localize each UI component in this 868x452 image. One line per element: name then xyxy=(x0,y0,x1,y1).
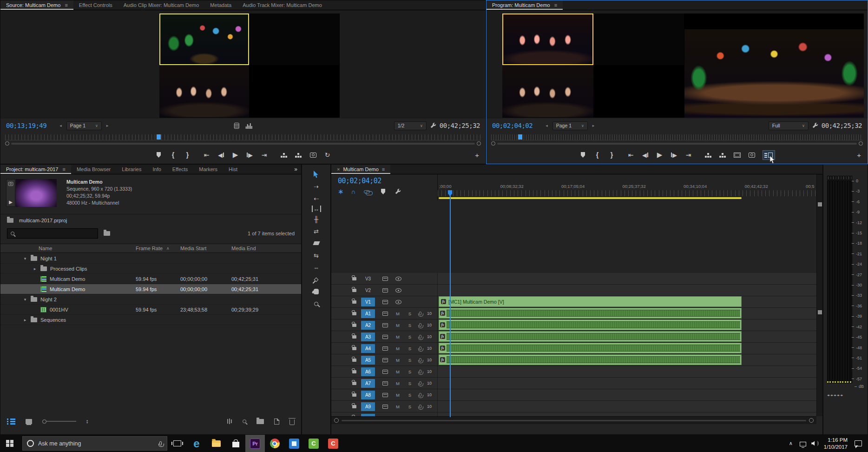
timeline-ruler-ticks[interactable] xyxy=(438,190,816,196)
new-item-button[interactable] xyxy=(274,419,279,425)
table-row[interactable]: Multicam Demo 59.94 fps 00;00;00;00 00;4… xyxy=(0,284,301,294)
task-view-button[interactable] xyxy=(167,435,187,452)
scroll-handle[interactable] xyxy=(818,310,822,314)
sync-lock-icon[interactable] xyxy=(382,393,388,397)
track-visibility-eye-icon[interactable] xyxy=(395,300,401,304)
speaker-icon[interactable] xyxy=(809,435,821,452)
track-target-badge[interactable]: A6 xyxy=(361,367,375,376)
slide-tool[interactable]: ⇔ xyxy=(309,262,323,273)
automate-to-sequence-button[interactable] xyxy=(227,419,232,424)
table-row[interactable]: ▸ Sequences xyxy=(0,315,301,325)
linked-selection-icon[interactable] xyxy=(364,190,370,193)
voiceover-record-icon[interactable] xyxy=(419,312,421,315)
tray-chevron-icon[interactable]: ∧ xyxy=(785,435,797,452)
solo-button[interactable]: S xyxy=(408,323,412,328)
table-row[interactable]: 0001HV 59.94 fps 23;48;53;58 00;29;39;29 xyxy=(0,305,301,315)
chrome-app-button[interactable] xyxy=(265,435,284,452)
track-target-badge[interactable]: A1 xyxy=(361,309,375,318)
column-media-start[interactable]: Media Start xyxy=(180,246,231,251)
audio-track-content[interactable] xyxy=(438,378,816,389)
scroll-zoom-handle-left[interactable] xyxy=(334,418,339,423)
panel-tab[interactable]: Source: Multicam Demo ≡ xyxy=(0,0,73,10)
extract-button[interactable] xyxy=(719,150,727,160)
find-button[interactable] xyxy=(243,419,246,423)
sync-lock-icon[interactable] xyxy=(382,370,388,374)
selection-tool[interactable] xyxy=(309,169,323,179)
audio-track-content[interactable] xyxy=(438,401,816,412)
poster-frame-camera-icon[interactable] xyxy=(8,182,13,186)
solo-button[interactable]: S xyxy=(408,311,412,316)
settings-wrench-icon[interactable] xyxy=(430,122,436,129)
program-cam1-selected[interactable] xyxy=(502,13,593,65)
panel-tab[interactable]: Markers xyxy=(193,165,223,174)
vertical-scrollbar[interactable] xyxy=(816,174,822,416)
track-target-badge[interactable]: V1 xyxy=(361,298,375,306)
hand-tool[interactable] xyxy=(309,286,323,297)
preview-play-icon[interactable]: ▶ xyxy=(9,199,13,205)
track-target-badge[interactable]: V3 xyxy=(361,274,375,283)
step-forward-button[interactable]: ▶ xyxy=(246,150,254,160)
lift-button[interactable] xyxy=(705,150,712,160)
delete-button[interactable] xyxy=(289,418,295,425)
search-box[interactable] xyxy=(7,228,98,239)
loop-playback-button[interactable]: ↻ xyxy=(324,150,331,160)
new-bin-button[interactable] xyxy=(256,419,264,424)
zoom-tool[interactable] xyxy=(309,299,323,309)
track-lock-icon[interactable] xyxy=(352,335,356,339)
audio-track-content[interactable]: fx xyxy=(438,331,816,342)
play-button[interactable]: ▶ xyxy=(656,150,664,160)
thumbnail-zoom-slider[interactable] xyxy=(42,419,76,424)
program-current-timecode[interactable]: 00;02;04;02 xyxy=(492,122,533,129)
button-editor-plus[interactable]: + xyxy=(857,151,861,159)
sync-lock-icon[interactable] xyxy=(382,277,388,281)
go-to-in-button[interactable]: ⇤ xyxy=(627,150,635,160)
track-lock-icon[interactable] xyxy=(352,277,356,280)
sync-lock-icon[interactable] xyxy=(382,335,388,339)
audio-track-content[interactable]: fx xyxy=(438,354,816,366)
work-area-bar[interactable] xyxy=(439,197,742,199)
preview-thumbnail[interactable] xyxy=(16,179,57,207)
pen-tool[interactable] xyxy=(309,274,323,285)
sync-lock-icon[interactable] xyxy=(382,312,388,316)
premiere-app-button[interactable]: Pr xyxy=(245,435,265,452)
next-page-button[interactable]: ▸ xyxy=(105,123,110,128)
panel-tab[interactable]: Media Browser xyxy=(71,165,116,174)
export-frame-button[interactable] xyxy=(309,150,317,160)
track-lock-icon[interactable] xyxy=(352,382,356,385)
track-lock-icon[interactable] xyxy=(352,300,356,304)
program-zoom-selector[interactable]: Full∨ xyxy=(769,121,809,130)
source-time-ruler[interactable] xyxy=(5,134,481,140)
expand-chevron-icon[interactable]: ▾ xyxy=(23,256,27,261)
program-viewport[interactable] xyxy=(502,13,864,118)
go-to-out-button[interactable]: ⇥ xyxy=(685,150,692,160)
insert-button[interactable] xyxy=(281,150,288,160)
panel-menu-icon[interactable]: ≡ xyxy=(63,166,66,172)
settings-wrench-icon[interactable] xyxy=(812,122,818,129)
sync-lock-icon[interactable] xyxy=(382,288,388,292)
mute-button[interactable]: M xyxy=(395,323,400,328)
sync-lock-icon[interactable] xyxy=(382,358,388,362)
mute-button[interactable]: M xyxy=(395,404,400,409)
voiceover-record-icon[interactable] xyxy=(419,405,421,408)
audio-track-content[interactable] xyxy=(438,389,816,400)
voiceover-record-icon[interactable] xyxy=(419,358,421,362)
track-lock-icon[interactable] xyxy=(352,393,356,397)
solo-button[interactable]: S xyxy=(408,334,412,339)
sync-lock-icon[interactable] xyxy=(382,346,388,351)
clock[interactable]: 1:16 PM 1/10/2017 xyxy=(824,437,848,451)
step-back-button[interactable]: ◀ xyxy=(217,150,225,160)
snap-toggle-icon[interactable]: ∩ xyxy=(351,188,355,195)
prev-page-button[interactable]: ◂ xyxy=(544,123,549,128)
action-center-icon[interactable] xyxy=(852,435,864,452)
table-row[interactable]: ▾ Night 1 xyxy=(0,253,301,264)
panel-menu-icon[interactable]: ≡ xyxy=(382,166,385,172)
green-c-app-button[interactable]: C xyxy=(304,435,323,452)
mute-button[interactable]: M xyxy=(395,358,400,363)
sync-lock-icon[interactable] xyxy=(382,381,388,386)
close-icon[interactable]: × xyxy=(337,166,340,172)
track-lock-icon[interactable] xyxy=(352,312,356,315)
mute-button[interactable]: M xyxy=(395,346,400,351)
expand-chevron-icon[interactable]: ▸ xyxy=(23,318,27,322)
go-to-in-button[interactable]: ⇤ xyxy=(203,150,210,160)
cortana-search-box[interactable] xyxy=(22,436,167,451)
